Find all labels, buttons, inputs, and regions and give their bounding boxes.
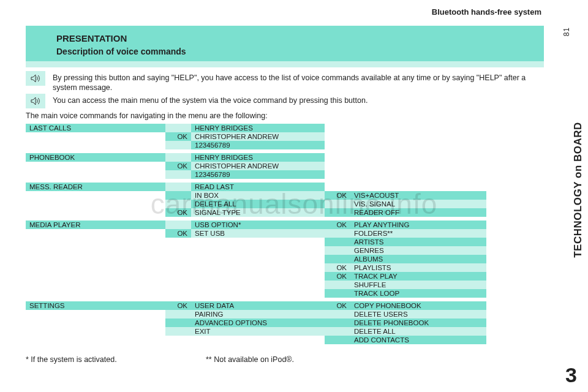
chapter-number: 3 — [565, 363, 577, 387]
value-cell: ARTISTS — [350, 238, 486, 246]
ok-cell — [325, 255, 350, 263]
speaker-icon — [26, 71, 45, 86]
value-cell: 123456789 — [191, 141, 325, 149]
spacer — [191, 289, 325, 298]
ok-cell — [165, 183, 191, 191]
value-cell: READ LAST — [191, 183, 325, 191]
group-label: LAST CALLS — [26, 124, 165, 132]
ok-cell: OK — [325, 191, 350, 200]
group-label: MESS. READER — [26, 183, 165, 191]
spacer — [26, 238, 165, 246]
spacer — [26, 318, 165, 327]
value-cell: ADVANCED OPTIONS — [191, 318, 325, 327]
page-number: 81 — [562, 27, 571, 36]
value-cell: TRACK PLAY — [350, 272, 486, 281]
ok-cell — [165, 153, 191, 162]
spacer — [165, 263, 191, 272]
ok-cell: OK — [165, 229, 191, 238]
value-cell: EXIT — [191, 327, 325, 336]
value-cell: DELETE USERS — [350, 310, 486, 318]
spacer — [26, 281, 165, 289]
ok-cell: OK — [165, 132, 191, 141]
ok-cell: OK — [165, 162, 191, 170]
spacer — [165, 272, 191, 281]
spacer — [26, 336, 165, 344]
value-cell: SET USB — [191, 229, 325, 238]
value-cell: DELETE ALL — [350, 327, 486, 336]
group-label: PHONEBOOK — [26, 153, 165, 162]
value-cell: VIS. SIGNAL — [350, 200, 486, 208]
ok-cell — [325, 327, 350, 336]
ok-cell — [325, 310, 350, 318]
ok-cell — [165, 200, 191, 208]
value-cell: VIS+ACOUST — [350, 191, 486, 200]
ok-cell — [165, 124, 191, 132]
voice-commands-tables: LAST CALLS HENRY BRIDGES OK CHRISTOPHER … — [26, 124, 544, 348]
spacer — [26, 208, 165, 217]
value-cell: PAIRING — [191, 310, 325, 318]
value-cell: ALBUMS — [350, 255, 486, 263]
summary-text: The main voice commands for navigating i… — [26, 111, 268, 120]
footnote-2: ** Not available on iPod®. — [206, 355, 294, 364]
spacer — [26, 132, 165, 141]
group-settings: SETTINGS OK USER DATA OK COPY PHONEBOOK … — [26, 301, 544, 344]
ok-cell — [325, 289, 350, 298]
spacer — [191, 281, 325, 289]
spacer — [191, 255, 325, 263]
spacer — [191, 238, 325, 246]
page-title: PRESENTATION — [56, 33, 127, 43]
ok-cell: OK — [325, 221, 350, 229]
ok-cell: OK — [165, 301, 191, 310]
spacer — [26, 263, 165, 272]
ok-cell — [325, 246, 350, 255]
spacer — [26, 272, 165, 281]
value-cell: DELETE PHONEBOOK — [350, 318, 486, 327]
ok-cell — [325, 281, 350, 289]
group-label: MEDIA PLAYER — [26, 221, 165, 229]
spacer — [191, 263, 325, 272]
page-subtitle: Description of voice commands — [56, 47, 186, 56]
spacer — [26, 289, 165, 298]
intro-text-2: You can access the main menu of the syst… — [53, 94, 368, 105]
value-cell: IN BOX — [191, 191, 325, 200]
value-cell: FOLDERS** — [350, 229, 486, 238]
ok-cell — [325, 238, 350, 246]
spacer — [165, 238, 191, 246]
ok-cell — [325, 318, 350, 327]
value-cell: READER OFF — [350, 208, 486, 217]
ok-cell — [165, 327, 191, 336]
value-cell: SIGNAL TYPE — [191, 208, 325, 217]
ok-cell: OK — [325, 272, 350, 281]
spacer — [165, 336, 191, 344]
ok-cell: OK — [325, 301, 350, 310]
spacer — [26, 170, 165, 179]
value-cell: USER DATA — [191, 301, 325, 310]
value-cell: TRACK LOOP — [350, 289, 486, 298]
ok-cell — [325, 208, 350, 217]
ok-cell — [165, 221, 191, 229]
spacer — [191, 246, 325, 255]
ok-cell — [165, 191, 191, 200]
value-cell: DELETE ALL — [191, 200, 325, 208]
value-cell: USB OPTION* — [191, 221, 325, 229]
ok-cell — [165, 170, 191, 179]
ok-cell: OK — [165, 208, 191, 217]
spacer — [191, 272, 325, 281]
spacer — [26, 229, 165, 238]
value-cell: GENRES — [350, 246, 486, 255]
value-cell: CHRISTOPHER ANDREW — [191, 162, 325, 170]
spacer — [26, 327, 165, 336]
ok-cell — [325, 200, 350, 208]
spacer — [165, 255, 191, 263]
speaker-icon — [26, 94, 45, 108]
value-cell: HENRY BRIDGES — [191, 124, 325, 132]
ok-cell — [325, 336, 350, 344]
spacer — [26, 191, 165, 200]
group-media-player: MEDIA PLAYER USB OPTION* OK PLAY ANYTHIN… — [26, 221, 544, 298]
section-vertical-label: TECHNOLOGY on BOARD — [572, 122, 584, 258]
value-cell: COPY PHONEBOOK — [350, 301, 486, 310]
spacer — [26, 310, 165, 318]
spacer — [165, 289, 191, 298]
ok-cell — [325, 229, 350, 238]
ok-cell — [165, 310, 191, 318]
